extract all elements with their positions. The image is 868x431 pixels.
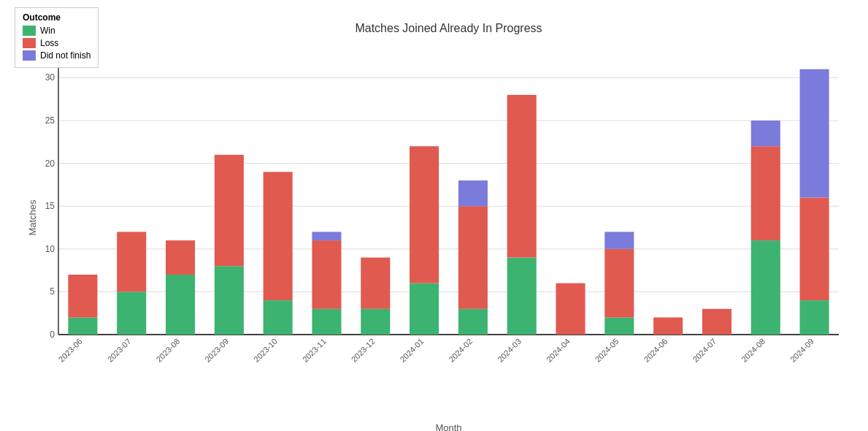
svg-text:2024-07: 2024-07 bbox=[691, 337, 718, 364]
svg-text:2023-06: 2023-06 bbox=[57, 337, 84, 364]
svg-rect-48 bbox=[556, 283, 585, 335]
svg-rect-54 bbox=[653, 318, 683, 335]
chart-container: Matches Joined Already In Progress Match… bbox=[0, 0, 868, 431]
svg-rect-56 bbox=[702, 309, 731, 335]
legend-title: Outcome bbox=[23, 12, 91, 23]
chart-title: Matches Joined Already In Progress bbox=[51, 22, 846, 35]
svg-text:30: 30 bbox=[45, 72, 55, 83]
svg-rect-36 bbox=[361, 258, 390, 309]
legend-label-loss: Loss bbox=[40, 38, 58, 48]
svg-text:10: 10 bbox=[45, 244, 55, 254]
svg-rect-17 bbox=[68, 275, 97, 318]
svg-text:2023-11: 2023-11 bbox=[301, 337, 328, 364]
svg-rect-22 bbox=[166, 275, 195, 335]
chart-area: Matches Month 0510152025302023-062023-07… bbox=[51, 42, 846, 393]
svg-text:2024-05: 2024-05 bbox=[594, 337, 621, 364]
svg-rect-16 bbox=[68, 318, 97, 335]
svg-text:2024-01: 2024-01 bbox=[398, 337, 425, 364]
svg-rect-29 bbox=[264, 172, 293, 300]
svg-rect-59 bbox=[751, 146, 780, 240]
svg-text:0: 0 bbox=[50, 329, 55, 340]
svg-rect-31 bbox=[312, 309, 341, 335]
svg-rect-51 bbox=[604, 249, 634, 318]
svg-text:2023-10: 2023-10 bbox=[252, 337, 279, 364]
svg-rect-43 bbox=[458, 180, 488, 206]
svg-rect-64 bbox=[800, 69, 829, 198]
legend: Outcome Win Loss Did not finish bbox=[15, 7, 99, 68]
svg-rect-46 bbox=[507, 95, 537, 258]
svg-rect-39 bbox=[410, 146, 439, 283]
svg-text:2023-07: 2023-07 bbox=[106, 337, 133, 364]
svg-rect-32 bbox=[312, 240, 341, 309]
svg-rect-45 bbox=[507, 258, 537, 335]
svg-text:2024-09: 2024-09 bbox=[788, 337, 815, 364]
legend-color-loss bbox=[23, 38, 36, 48]
svg-text:20: 20 bbox=[45, 159, 55, 169]
svg-text:2024-02: 2024-02 bbox=[447, 337, 474, 364]
svg-text:2024-04: 2024-04 bbox=[545, 337, 572, 364]
svg-rect-60 bbox=[751, 121, 780, 146]
svg-rect-38 bbox=[410, 283, 439, 335]
axes-container: Matches Month 0510152025302023-062023-07… bbox=[51, 42, 846, 393]
svg-text:2024-03: 2024-03 bbox=[496, 337, 523, 364]
svg-text:15: 15 bbox=[45, 201, 55, 211]
y-axis-label: Matches bbox=[27, 199, 38, 235]
svg-rect-62 bbox=[800, 300, 829, 335]
svg-rect-42 bbox=[458, 206, 488, 309]
svg-rect-33 bbox=[312, 232, 341, 240]
svg-rect-20 bbox=[117, 232, 146, 291]
legend-label-win: Win bbox=[40, 26, 55, 36]
svg-text:2023-12: 2023-12 bbox=[350, 337, 377, 364]
svg-rect-58 bbox=[751, 240, 780, 335]
svg-rect-63 bbox=[800, 198, 829, 301]
legend-item-win: Win bbox=[23, 26, 91, 36]
legend-color-win bbox=[23, 26, 36, 36]
chart-svg: 0510152025302023-062023-072023-082023-09… bbox=[51, 42, 846, 393]
svg-rect-50 bbox=[604, 318, 634, 335]
svg-text:2024-06: 2024-06 bbox=[642, 337, 669, 364]
svg-rect-28 bbox=[264, 300, 293, 335]
svg-text:5: 5 bbox=[50, 286, 55, 297]
legend-item-dnf: Did not finish bbox=[23, 50, 91, 61]
legend-label-dnf: Did not finish bbox=[40, 50, 91, 61]
legend-color-dnf bbox=[23, 50, 36, 61]
x-axis-label: Month bbox=[435, 422, 461, 431]
svg-rect-23 bbox=[166, 240, 195, 275]
svg-rect-52 bbox=[604, 232, 634, 248]
svg-text:2023-08: 2023-08 bbox=[154, 337, 181, 364]
svg-rect-35 bbox=[361, 309, 390, 335]
svg-rect-41 bbox=[458, 309, 488, 335]
svg-text:25: 25 bbox=[45, 115, 55, 126]
svg-rect-26 bbox=[215, 155, 244, 266]
legend-item-loss: Loss bbox=[23, 38, 91, 48]
plot-area: 0510152025302023-062023-072023-082023-09… bbox=[51, 42, 846, 393]
svg-rect-19 bbox=[117, 291, 146, 335]
svg-rect-25 bbox=[215, 266, 244, 335]
svg-text:2023-09: 2023-09 bbox=[203, 337, 230, 364]
svg-text:2024-08: 2024-08 bbox=[740, 337, 767, 364]
